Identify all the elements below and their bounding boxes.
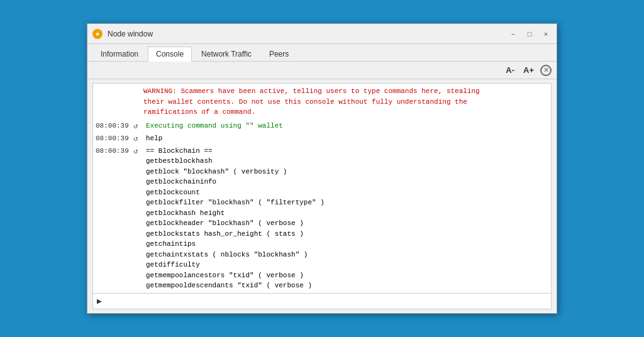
- log-time-3: 08:00:39: [96, 146, 133, 157]
- log-icon-3: ↺: [133, 146, 146, 157]
- log-line-1: 08:00:39 ↺ Executing command using "" wa…: [93, 120, 551, 133]
- font-decrease-button[interactable]: A-: [503, 64, 517, 76]
- font-increase-button[interactable]: A+: [521, 64, 536, 76]
- tab-information[interactable]: Information: [92, 47, 147, 61]
- window-title: Node window: [108, 30, 508, 38]
- tab-console[interactable]: Console: [148, 47, 192, 62]
- minimize-button[interactable]: −: [508, 28, 519, 40]
- tab-bar: Information Console Network Traffic Peer…: [87, 44, 557, 62]
- log-line-3: 08:00:39 ↺ == Blockchain == getbestblock…: [93, 145, 551, 294]
- console-output[interactable]: WARNING: Scammers have been active, tell…: [93, 84, 551, 293]
- close-button[interactable]: ×: [540, 28, 552, 40]
- log-content-3: == Blockchain == getbestblockhash getblo…: [146, 146, 548, 294]
- log-icon-1: ↺: [133, 121, 146, 132]
- log-content-1: Executing command using "" wallet: [146, 121, 548, 131]
- titlebar: ● Node window − □ ×: [87, 24, 557, 44]
- node-window: ● Node window − □ × Information Console …: [87, 23, 557, 314]
- window-controls: − □ ×: [508, 28, 552, 40]
- console-close-button[interactable]: ✕: [540, 65, 552, 76]
- log-time-1: 08:00:39: [96, 121, 133, 131]
- console-input-row: ▶: [93, 293, 551, 309]
- console-input[interactable]: [106, 297, 547, 305]
- log-content-2: help: [146, 133, 548, 144]
- window-icon: ●: [92, 29, 103, 39]
- log-icon-2: ↺: [133, 133, 146, 145]
- tab-peers[interactable]: Peers: [261, 47, 297, 61]
- warning-message: WARNING: Scammers have been active, tell…: [93, 84, 551, 120]
- log-time-2: 08:00:39: [96, 133, 133, 144]
- console-toolbar: A- A+ ✕: [87, 62, 557, 79]
- console-area: WARNING: Scammers have been active, tell…: [92, 83, 552, 309]
- maximize-button[interactable]: □: [524, 28, 535, 40]
- console-prompt-icon: ▶: [97, 296, 102, 306]
- log-line-2: 08:00:39 ↺ help: [93, 133, 551, 145]
- tab-network-traffic[interactable]: Network Traffic: [193, 47, 260, 61]
